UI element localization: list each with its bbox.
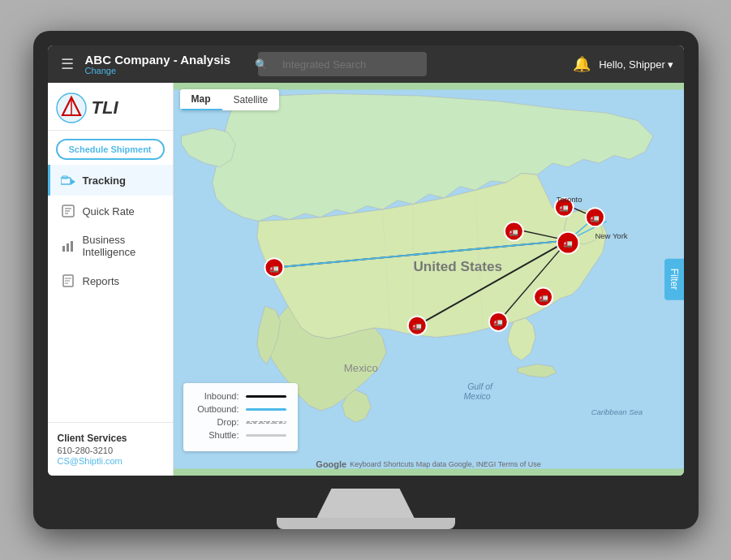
sidebar-logo: TLI — [48, 83, 173, 131]
topbar: ☰ ABC Company - Analysis Change 🔍 🔔 Hell… — [48, 45, 684, 83]
client-services-title: Client Services — [58, 433, 163, 444]
map-legend: Inbound: Outbound: Drop: Shuttle: — [183, 383, 298, 451]
filter-button[interactable]: Filter — [664, 259, 684, 300]
business-intelligence-label: Business Intelligence — [83, 234, 163, 258]
topbar-title: ABC Company - Analysis — [85, 53, 230, 67]
legend-drop-label: Drop: — [195, 417, 239, 427]
business-intelligence-icon — [60, 238, 76, 254]
topbar-change-link[interactable]: Change — [85, 67, 230, 75]
svg-text:Caribbean Sea: Caribbean Sea — [591, 407, 642, 416]
google-logo: Google — [316, 459, 346, 469]
map-area: Map Satellite — [174, 83, 684, 476]
map-attr-links: Keyboard Shortcuts Map data Google, INEG… — [350, 460, 540, 468]
map-attribution: Google Keyboard Shortcuts Map data Googl… — [316, 459, 540, 469]
svg-text:🚛: 🚛 — [509, 227, 518, 237]
svg-rect-12 — [67, 243, 69, 252]
legend-inbound-label: Inbound: — [195, 391, 239, 401]
svg-text:Mexico: Mexico — [463, 392, 490, 401]
svg-marker-5 — [71, 179, 75, 185]
hamburger-icon[interactable]: ☰ — [58, 52, 77, 76]
sidebar-item-business-intelligence[interactable]: Business Intelligence — [48, 226, 173, 265]
sidebar-item-quick-rate[interactable]: Quick Rate — [48, 196, 173, 226]
monitor-stand — [317, 489, 415, 518]
sidebar-nav: Tracking Quick Rate Busine — [48, 165, 173, 296]
monitor: ☰ ABC Company - Analysis Change 🔍 🔔 Hell… — [33, 31, 699, 529]
bell-icon[interactable]: 🔔 — [573, 55, 591, 73]
tab-map[interactable]: Map — [180, 89, 222, 110]
svg-text:🚛: 🚛 — [590, 213, 600, 223]
svg-text:Toronto: Toronto — [556, 195, 582, 204]
monitor-base — [277, 518, 455, 529]
legend-inbound-line — [246, 395, 286, 398]
map-tabs: Map Satellite — [180, 89, 280, 110]
svg-text:New York: New York — [595, 231, 627, 240]
app: ☰ ABC Company - Analysis Change 🔍 🔔 Hell… — [48, 45, 684, 476]
legend-shuttle-line — [246, 434, 286, 437]
tab-satellite[interactable]: Satellite — [222, 89, 280, 110]
svg-text:🚛: 🚛 — [412, 321, 422, 331]
quick-rate-icon — [60, 203, 76, 219]
client-services-phone: 610-280-3210 — [58, 446, 163, 455]
search-wrap: 🔍 — [248, 52, 555, 76]
svg-text:Mexico: Mexico — [343, 362, 377, 374]
search-icon: 🔍 — [255, 58, 268, 71]
svg-rect-13 — [71, 241, 73, 252]
legend-outbound: Outbound: — [195, 404, 286, 414]
main-content: TLI Schedule Shipment Tracking — [48, 83, 684, 476]
svg-text:United States: United States — [413, 258, 502, 274]
tracking-label: Tracking — [83, 174, 126, 187]
search-input[interactable] — [258, 52, 427, 76]
sidebar-item-tracking[interactable]: Tracking — [48, 165, 173, 196]
schedule-shipment-button[interactable]: Schedule Shipment — [56, 139, 165, 160]
legend-drop-line — [246, 421, 286, 424]
svg-text:🚛: 🚛 — [269, 264, 278, 274]
client-services-email[interactable]: CS@Shiptli.com — [58, 456, 163, 466]
legend-shuttle: Shuttle: — [195, 430, 286, 440]
svg-rect-11 — [62, 246, 65, 252]
svg-text:🚛: 🚛 — [538, 293, 548, 303]
reports-icon — [60, 273, 76, 289]
monitor-bottom — [48, 476, 684, 489]
sidebar: TLI Schedule Shipment Tracking — [48, 83, 174, 476]
legend-shuttle-label: Shuttle: — [195, 430, 239, 440]
svg-text:🚛: 🚛 — [563, 239, 573, 248]
user-menu[interactable]: Hello, Shipper ▾ — [599, 58, 673, 71]
svg-text:🚛: 🚛 — [559, 203, 569, 213]
svg-text:🚛: 🚛 — [493, 317, 503, 327]
quick-rate-label: Quick Rate — [83, 205, 135, 218]
logo-icon — [56, 93, 87, 123]
legend-outbound-label: Outbound: — [195, 404, 239, 414]
sidebar-item-reports[interactable]: Reports — [48, 265, 173, 296]
legend-inbound: Inbound: — [195, 391, 286, 401]
tracking-icon — [60, 172, 76, 188]
logo-text: TLI — [92, 97, 118, 118]
screen: ☰ ABC Company - Analysis Change 🔍 🔔 Hell… — [48, 45, 684, 476]
reports-label: Reports — [83, 275, 120, 287]
sidebar-footer: Client Services 610-280-3210 CS@Shiptli.… — [48, 422, 173, 476]
legend-drop: Drop: — [195, 417, 286, 427]
svg-text:Gulf of: Gulf of — [467, 382, 493, 391]
topbar-title-wrap: ABC Company - Analysis Change — [85, 53, 230, 75]
legend-outbound-line — [246, 408, 286, 411]
